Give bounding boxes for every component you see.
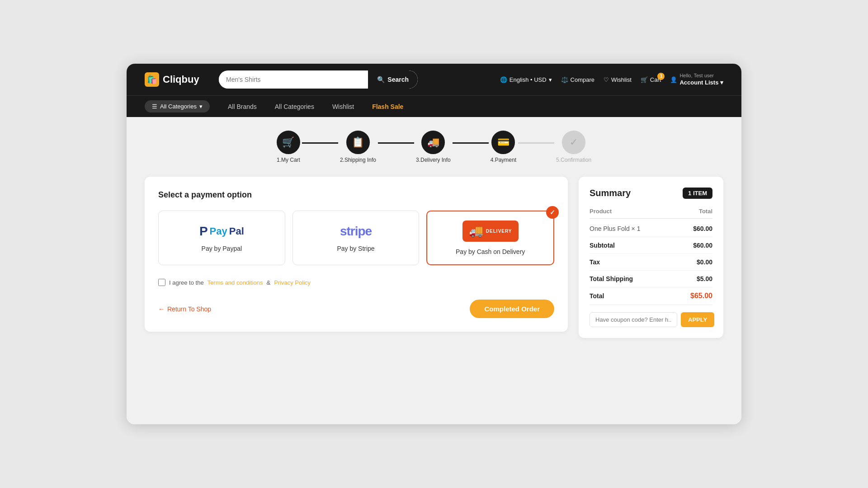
coupon-input[interactable] [590, 312, 677, 327]
subtotal-value: $60.00 [693, 242, 712, 249]
arrow-left-icon: ← [158, 305, 165, 313]
globe-icon: 🌐 [500, 76, 507, 83]
header: 🛍️ Cliqbuy 🔍 Search 🌐 English • USD ▾ ⚖️… [127, 64, 741, 95]
nav-wishlist[interactable]: Wishlist [332, 103, 354, 110]
col-product-header: Product [590, 208, 612, 215]
total-row: Total $65.00 [590, 287, 712, 305]
logo-text: Cliqbuy [163, 74, 199, 85]
payment-option-delivery[interactable]: ✓ 🚚 DELIVERY Pay by Cash on Delivery [426, 211, 554, 265]
compare-button[interactable]: ⚖️ Compare [561, 76, 594, 83]
cart-count-badge: 1 [657, 73, 665, 80]
step-my-cart: 🛒 1.My Cart [277, 131, 300, 163]
item-count-badge: 1 ITEM [683, 188, 712, 199]
summary-col-headers: Product Total [590, 208, 712, 219]
step-circle-delivery: 🚚 [421, 131, 445, 154]
language-selector[interactable]: 🌐 English • USD ▾ [500, 76, 552, 83]
paypal-p-icon: P [199, 224, 208, 239]
step-label-cart: 1.My Cart [277, 157, 300, 163]
privacy-link[interactable]: Privacy Policy [274, 279, 311, 286]
step-label-payment: 4.Payment [491, 157, 516, 163]
delivery-icon: 🚚 DELIVERY [462, 221, 519, 242]
terms-row: I agree to the Terms and conditions & Pr… [158, 279, 554, 286]
user-icon: 👤 [670, 76, 677, 83]
truck-icon: 🚚 [469, 224, 483, 238]
step-shipping: 📋 2.Shipping Info [340, 131, 376, 163]
summary-header: Summary 1 ITEM [590, 188, 712, 199]
payment-section-title: Select a payment option [158, 190, 554, 200]
search-icon: 🔍 [377, 76, 385, 83]
paypal-text: Pay [210, 225, 227, 237]
stripe-label: Pay by Stripe [337, 245, 374, 252]
chevron-down-icon: ▾ [199, 103, 203, 110]
cart-button[interactable]: 🛒 Cart 1 [641, 76, 661, 83]
return-to-shop-link[interactable]: ← Return To Shop [158, 305, 211, 313]
step-payment: 💳 4.Payment [491, 131, 516, 163]
nav-bar: ☰ All Categories ▾ All Brands All Catego… [127, 95, 741, 117]
coupon-row: APPLY [590, 312, 712, 327]
header-actions: 🌐 English • USD ▾ ⚖️ Compare ♡ Wishlist … [500, 72, 723, 86]
shipping-value: $5.00 [697, 275, 712, 282]
shipping-row: Total Shipping $5.00 [590, 271, 712, 287]
tax-row: Tax $0.00 [590, 254, 712, 271]
apply-coupon-button[interactable]: APPLY [681, 312, 714, 327]
step-circle-payment: 💳 [491, 131, 515, 154]
total-value: $65.00 [690, 292, 712, 300]
tax-value: $0.00 [697, 258, 712, 266]
compare-icon: ⚖️ [561, 76, 568, 83]
account-section[interactable]: 👤 Hello, Test user Account Lists ▾ [670, 72, 723, 86]
step-circle-confirmation: ✓ [562, 131, 585, 154]
payment-options: P PayPal Pay by Paypal stripe Pay by Str… [158, 211, 554, 265]
payment-option-paypal[interactable]: P PayPal Pay by Paypal [158, 211, 285, 265]
payment-card: Select a payment option P PayPal Pay by … [145, 177, 568, 332]
heart-icon: ♡ [604, 76, 609, 83]
nav-all-categories[interactable]: All Categories [275, 103, 314, 110]
menu-icon: ☰ [152, 103, 157, 110]
logo[interactable]: 🛍️ Cliqbuy [145, 72, 208, 87]
shipping-label: Total Shipping [590, 275, 633, 282]
payment-option-stripe[interactable]: stripe Pay by Stripe [292, 211, 420, 265]
step-circle-cart: 🛒 [277, 131, 300, 154]
paypal-logo: P PayPal [199, 224, 244, 239]
product-name-label: One Plus Fold × 1 [590, 225, 640, 232]
step-connector-4 [518, 142, 554, 144]
nav-flash-sale[interactable]: Flash Sale [372, 103, 403, 110]
cart-icon: 🛒 [641, 76, 648, 83]
stripe-logo: stripe [340, 224, 372, 239]
step-connector-3 [453, 142, 489, 144]
checkout-steps: 🛒 1.My Cart 📋 2.Shipping Info 🚚 3.Delive… [145, 131, 723, 163]
summary-card: Summary 1 ITEM Product Total One Plus Fo… [579, 177, 723, 338]
search-bar: 🔍 Search [219, 70, 418, 89]
step-confirmation: ✓ 5.Confirmation [556, 131, 591, 163]
paypal-text2: Pal [229, 225, 244, 237]
product-price-value: $60.00 [693, 225, 712, 232]
paypal-label: Pay by Paypal [202, 245, 242, 252]
terms-checkbox[interactable] [158, 279, 165, 286]
step-delivery: 🚚 3.Delivery Info [416, 131, 451, 163]
col-total-header: Total [699, 208, 712, 215]
all-categories-nav[interactable]: ☰ All Categories ▾ [145, 100, 210, 113]
summary-title: Summary [590, 188, 631, 198]
product-row: One Plus Fold × 1 $60.00 [590, 221, 712, 237]
completed-order-button[interactable]: Completed Order [470, 300, 554, 318]
step-label-delivery: 3.Delivery Info [416, 157, 451, 163]
delivery-label: Pay by Cash on Delivery [456, 248, 525, 255]
step-connector-2 [378, 142, 414, 144]
subtotal-label: Subtotal [590, 242, 615, 249]
nav-all-brands[interactable]: All Brands [228, 103, 257, 110]
total-label: Total [590, 292, 604, 300]
delivery-badge-text: DELIVERY [486, 229, 512, 234]
content-area: Select a payment option P PayPal Pay by … [145, 177, 723, 338]
subtotal-row: Subtotal $60.00 [590, 237, 712, 254]
step-label-confirmation: 5.Confirmation [556, 157, 591, 163]
wishlist-button[interactable]: ♡ Wishlist [604, 76, 632, 83]
chevron-down-icon: ▾ [549, 76, 552, 83]
main-content: 🛒 1.My Cart 📋 2.Shipping Info 🚚 3.Delive… [127, 117, 741, 424]
terms-text: I agree to the [169, 279, 204, 286]
and-text: & [266, 279, 270, 286]
search-input[interactable] [219, 76, 368, 83]
terms-link[interactable]: Terms and conditions [208, 279, 263, 286]
selected-checkmark: ✓ [546, 206, 559, 219]
step-connector-1 [302, 142, 338, 144]
step-label-shipping: 2.Shipping Info [340, 157, 376, 163]
search-button[interactable]: 🔍 Search [368, 70, 418, 89]
